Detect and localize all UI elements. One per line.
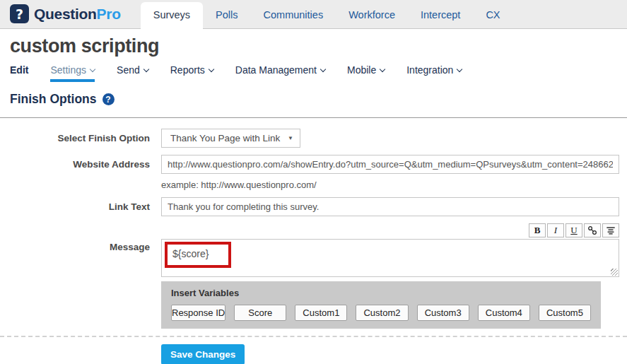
- insert-variables-panel: Insert Variables Response ID Score Custo…: [161, 281, 601, 329]
- help-icon[interactable]: ?: [102, 93, 115, 105]
- survey-sub-navigation: Edit Settings Send Reports Data Manageme…: [0, 60, 627, 82]
- message-value: ${score}: [172, 248, 209, 259]
- bold-button[interactable]: B: [529, 223, 546, 237]
- website-address-row: Website Address example: http://www.ques…: [0, 155, 627, 190]
- message-textarea[interactable]: ${score}: [161, 239, 619, 277]
- subnav-data-management-label: Data Management: [235, 64, 317, 76]
- subnav-reports-label: Reports: [170, 64, 205, 76]
- variable-button-response-id[interactable]: Response ID: [171, 305, 225, 321]
- brand-name-question: Question: [34, 6, 97, 22]
- website-address-label: Website Address: [0, 155, 150, 190]
- website-address-input[interactable]: [161, 155, 619, 174]
- finish-option-row: Select Finish Option Thank You Page with…: [0, 129, 627, 148]
- rich-text-toolbar: B I U: [161, 223, 619, 237]
- subnav-item-send[interactable]: Send: [117, 64, 148, 82]
- chevron-down-icon: [143, 66, 149, 71]
- save-changes-button[interactable]: Save Changes: [161, 344, 245, 364]
- variable-button-custom4[interactable]: Custom4: [478, 305, 530, 321]
- finish-option-selected-value: Thank You Page with Link: [170, 133, 280, 143]
- section-divider: [0, 117, 627, 118]
- horizontal-rule-icon: [606, 225, 616, 235]
- app-window: ? QuestionPro Surveys Polls Communities …: [0, 0, 627, 364]
- finish-option-select[interactable]: Thank You Page with Link ▼: [161, 129, 300, 148]
- link-text-input[interactable]: [161, 197, 619, 216]
- chevron-down-icon: [90, 66, 95, 71]
- page-title: custom scripting: [0, 29, 627, 60]
- tab-intercept[interactable]: Intercept: [408, 2, 473, 28]
- underline-button[interactable]: U: [566, 223, 582, 237]
- tab-surveys[interactable]: Surveys: [141, 2, 203, 29]
- message-row: Message B I U: [0, 223, 627, 277]
- finish-options-form: Select Finish Option Thank You Page with…: [0, 129, 627, 329]
- brand-logo[interactable]: ? QuestionPro: [10, 0, 121, 28]
- top-navigation-bar: ? QuestionPro Surveys Polls Communities …: [0, 0, 627, 29]
- chevron-down-icon: [457, 66, 462, 71]
- section-title: Finish Options: [10, 92, 97, 107]
- subnav-edit-label: Edit: [10, 64, 28, 76]
- dropdown-arrow-icon: ▼: [288, 135, 293, 141]
- insert-variables-buttons: Response ID Score Custom1 Custom2 Custom…: [171, 305, 591, 321]
- variable-button-custom5[interactable]: Custom5: [539, 305, 591, 321]
- link-icon: [587, 225, 597, 235]
- variable-button-custom3[interactable]: Custom3: [417, 305, 469, 321]
- subnav-integration-label: Integration: [406, 64, 453, 76]
- section-header: Finish Options ?: [10, 92, 617, 107]
- link-text-row: Link Text: [0, 197, 627, 216]
- subnav-item-settings[interactable]: Settings: [50, 64, 95, 82]
- tab-communities[interactable]: Communities: [251, 2, 336, 28]
- subnav-settings-label: Settings: [50, 64, 86, 76]
- finish-option-label: Select Finish Option: [0, 129, 150, 148]
- link-text-label: Link Text: [0, 197, 150, 216]
- variable-button-custom2[interactable]: Custom2: [356, 305, 408, 321]
- subnav-item-reports[interactable]: Reports: [170, 64, 213, 82]
- horizontal-rule-button[interactable]: [602, 223, 619, 237]
- brand-name: QuestionPro: [34, 6, 121, 23]
- subnav-mobile-label: Mobile: [347, 64, 376, 76]
- primary-tabs: Surveys Polls Communities Workforce Inte…: [141, 0, 513, 28]
- message-label: Message: [0, 223, 150, 277]
- chevron-down-icon: [320, 66, 326, 71]
- variable-button-custom1[interactable]: Custom1: [295, 305, 347, 321]
- subnav-item-integration[interactable]: Integration: [406, 64, 462, 82]
- subnav-item-data-management[interactable]: Data Management: [235, 64, 325, 82]
- variable-button-score[interactable]: Score: [234, 305, 286, 321]
- website-address-example: example: http://www.questionpro.com/: [161, 180, 619, 190]
- italic-button[interactable]: I: [547, 223, 564, 237]
- insert-variables-title: Insert Variables: [171, 288, 591, 298]
- subnav-item-edit[interactable]: Edit: [10, 64, 28, 82]
- questionpro-logo-icon: ?: [10, 4, 29, 23]
- subnav-send-label: Send: [117, 64, 140, 76]
- chevron-down-icon: [209, 66, 214, 71]
- insert-link-button[interactable]: [584, 223, 601, 237]
- dashed-separator: [0, 336, 627, 337]
- tab-workforce[interactable]: Workforce: [336, 2, 408, 28]
- tab-cx[interactable]: CX: [473, 2, 512, 28]
- brand-name-pro: Pro: [97, 6, 121, 22]
- tab-polls[interactable]: Polls: [203, 2, 250, 28]
- chevron-down-icon: [380, 66, 385, 71]
- annotation-highlight-box: ${score}: [165, 242, 231, 268]
- subnav-item-mobile[interactable]: Mobile: [347, 64, 385, 82]
- resize-handle[interactable]: [611, 269, 618, 276]
